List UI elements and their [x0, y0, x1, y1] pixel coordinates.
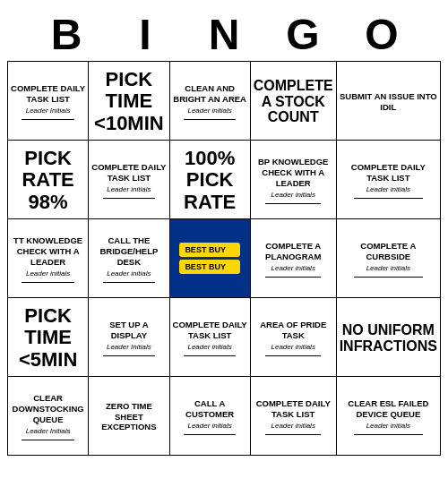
cell-underline [22, 282, 73, 283]
cell-main-text: PICK TIME <10MIN [91, 69, 166, 134]
cell-underline [265, 277, 321, 278]
bingo-header: BINGO [7, 7, 441, 61]
bingo-page: BINGO COMPLETE DAILY TASK LISTLeader Ini… [0, 0, 448, 487]
bestbuy-text-2: BEST BUY [185, 262, 226, 271]
cell-main-text: COMPLETE A STOCK COUNT [254, 78, 333, 125]
bingo-letter-b: B [27, 7, 106, 61]
cell-main-text: PICK TIME <5MIN [11, 305, 85, 371]
cell-underline [265, 434, 321, 435]
cell-r1-c3: BP KNOWLEDGE CHECK WITH A LEADERLeader i… [251, 141, 337, 219]
cell-main-text: NO UNIFORM INFRACTIONS [340, 322, 437, 354]
cell-main-text: 100% PICK RATE [173, 148, 247, 213]
cell-sub-text: Leader initials [271, 343, 315, 352]
cell-underline [265, 203, 321, 204]
cell-r3-c2: COMPLETE DAILY TASK LISTLeader initials [170, 298, 251, 377]
cell-sub-text: Leader initials [271, 422, 315, 431]
cell-main-text: BP KNOWLEDGE CHECK WITH A LEADER [254, 157, 333, 189]
cell-r3-c3: AREA OF PRIDE TASKLeader initials [251, 298, 337, 377]
bingo-letter-g: G [263, 7, 342, 61]
cell-main-text: AREA OF PRIDE TASK [254, 320, 333, 341]
cell-main-text: COMPLETE DAILY TASK LIST [173, 320, 247, 341]
cell-r3-c0: PICK TIME <5MIN [8, 298, 89, 377]
cell-r3-c1: SET UP A DISPLAYLeader Initials [89, 298, 169, 377]
cell-r4-c2: CALL A CUSTOMERLeader initials [170, 377, 251, 456]
cell-underline [354, 277, 423, 278]
bestbuy-logo-top: BEST BUY [179, 243, 240, 257]
cell-sub-text: Leader initials [366, 264, 410, 273]
bestbuy-tag-2 [228, 261, 235, 272]
bestbuy-logo-bottom: BEST BUY [179, 260, 240, 274]
cell-r0-c1: PICK TIME <10MIN [89, 62, 169, 141]
bingo-grid: COMPLETE DAILY TASK LISTLeader InitialsP… [7, 61, 441, 456]
cell-underline [103, 198, 155, 199]
cell-sub-text: Leader initials [271, 191, 315, 200]
cell-main-text: SET UP A DISPLAY [91, 320, 166, 341]
cell-sub-text: Leader initials [271, 264, 315, 273]
cell-r4-c3: COMPLETE DAILY TASK LISTLeader initials [251, 377, 337, 456]
cell-r0-c3: COMPLETE A STOCK COUNT [251, 62, 337, 141]
cell-sub-text: Leader initials [187, 422, 231, 431]
cell-main-text: COMPLETE DAILY TASK LIST [254, 398, 333, 420]
cell-main-text: SUBMIT AN ISSUE INTO IDIL [340, 91, 437, 113]
cell-main-text: CLEAR DOWNSTOCKING QUEUE [11, 393, 85, 425]
cell-underline [22, 119, 73, 120]
cell-main-text: CLEAR ESL FAILED DEVICE QUEUE [340, 398, 437, 420]
cell-sub-text: Leader initials [107, 185, 151, 194]
cell-main-text: CALL THE BRIDGE/HELP DESK [91, 235, 166, 268]
cell-main-text: COMPLETE DAILY TASK LIST [11, 83, 85, 105]
cell-r2-c0: TT KNOWLEDGE CHECK WITH A LEADERLeader i… [8, 219, 89, 298]
cell-main-text: ZERO TIME SHEET EXCEPTIONS [91, 401, 166, 433]
cell-underline [184, 355, 236, 356]
cell-r2-c4: COMPLETE A CURBSIDELeader initials [337, 219, 441, 298]
cell-main-text: CLEAN AND BRIGHT AN AREA [173, 83, 247, 105]
cell-underline [184, 434, 236, 435]
cell-underline [103, 282, 155, 283]
cell-main-text: COMPLETE DAILY TASK LIST [340, 162, 437, 184]
cell-r2-c3: COMPLETE A PLANOGRAMLeader initials [251, 219, 337, 298]
cell-sub-text: Leader initials [366, 422, 410, 431]
cell-r2-c2: BEST BUYBEST BUY [170, 219, 251, 298]
cell-main-text: PICK RATE 98% [11, 148, 85, 213]
cell-r1-c0: PICK RATE 98% [8, 141, 89, 219]
cell-r0-c4: SUBMIT AN ISSUE INTO IDIL [337, 62, 441, 141]
cell-sub-text: Leader Initials [26, 107, 71, 115]
cell-r2-c1: CALL THE BRIDGE/HELP DESKLeader initials [89, 219, 169, 298]
cell-r4-c0: CLEAR DOWNSTOCKING QUEUELeader Initials [8, 377, 89, 456]
cell-underline [354, 198, 423, 199]
cell-main-text: CALL A CUSTOMER [173, 398, 247, 420]
bestbuy-text-1: BEST BUY [185, 245, 226, 254]
cell-r1-c2: 100% PICK RATE [170, 141, 251, 219]
cell-main-text: COMPLETE A CURBSIDE [340, 241, 437, 262]
cell-r3-c4: NO UNIFORM INFRACTIONS [337, 298, 441, 377]
cell-main-text: COMPLETE DAILY TASK LIST [91, 162, 166, 184]
cell-sub-text: Leader initials [26, 269, 70, 278]
cell-main-text: TT KNOWLEDGE CHECK WITH A LEADER [11, 235, 85, 268]
cell-r4-c1: ZERO TIME SHEET EXCEPTIONS [89, 377, 169, 456]
cell-sub-text: Leader initials [187, 107, 231, 115]
cell-r0-c0: COMPLETE DAILY TASK LISTLeader Initials [8, 62, 89, 141]
bingo-letter-o: O [342, 7, 421, 61]
cell-underline [354, 434, 423, 435]
bingo-letter-n: N [185, 7, 263, 61]
cell-sub-text: Leader initials [187, 343, 231, 352]
cell-r1-c1: COMPLETE DAILY TASK LISTLeader initials [89, 141, 169, 219]
cell-underline [265, 355, 321, 356]
cell-sub-text: Leader initials [366, 185, 410, 194]
bingo-letter-i: I [106, 7, 185, 61]
cell-sub-text: Leader initials [107, 269, 151, 278]
cell-sub-text: Leader Initials [107, 343, 151, 352]
bestbuy-tag-1 [228, 244, 235, 255]
cell-underline [103, 355, 155, 356]
cell-r0-c2: CLEAN AND BRIGHT AN AREALeader initials [170, 62, 251, 141]
cell-sub-text: Leader Initials [26, 427, 71, 436]
cell-r1-c4: COMPLETE DAILY TASK LISTLeader initials [337, 141, 441, 219]
cell-underline [184, 119, 236, 120]
cell-underline [22, 440, 73, 440]
cell-main-text: COMPLETE A PLANOGRAM [254, 241, 333, 262]
cell-r4-c4: CLEAR ESL FAILED DEVICE QUEUELeader init… [337, 377, 441, 456]
